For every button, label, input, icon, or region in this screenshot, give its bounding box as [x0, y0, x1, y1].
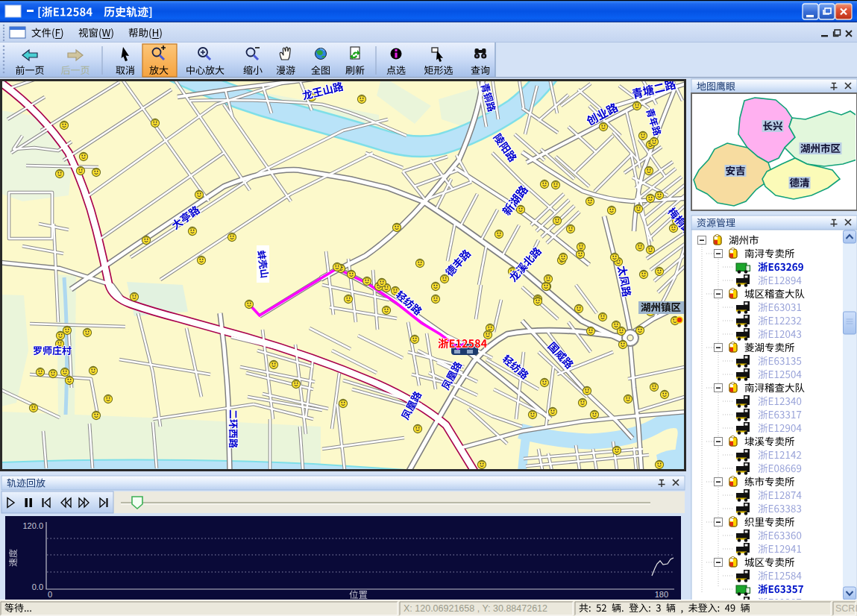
svg-text:0.0: 0.0: [32, 582, 43, 591]
svg-text:0: 0: [48, 590, 52, 599]
svg-text:X: 120.06921658 , Y: 30.884726: X: 120.06921658 , Y: 30.88472612: [404, 603, 547, 614]
svg-text:180: 180: [655, 590, 668, 599]
svg-text:120.0: 120.0: [22, 521, 43, 530]
svg-text:SCRL: SCRL: [835, 603, 857, 614]
